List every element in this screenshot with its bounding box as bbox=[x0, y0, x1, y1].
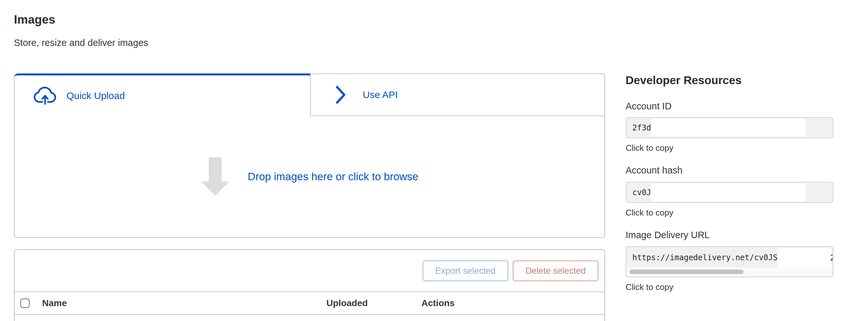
cloud-upload-icon bbox=[33, 86, 57, 106]
upload-panel: Quick Upload Use API Drop images here or… bbox=[14, 73, 605, 238]
select-all-checkbox[interactable] bbox=[20, 298, 30, 308]
account-id-value: 2f3d bbox=[632, 123, 651, 132]
image-delivery-url-value-box[interactable]: https://imagedelivery.net/cv0JS 2 bbox=[625, 246, 833, 277]
redaction-overlay bbox=[778, 248, 831, 268]
account-hash-value: cv0J bbox=[632, 188, 651, 197]
column-header-name: Name bbox=[42, 298, 67, 308]
tab-use-api-label: Use API bbox=[363, 89, 398, 100]
export-selected-button[interactable]: Export selected bbox=[423, 260, 508, 281]
tab-use-api[interactable]: Use API bbox=[310, 73, 604, 116]
horizontal-scrollbar-thumb[interactable] bbox=[629, 270, 744, 274]
page-subtitle: Store, resize and deliver images bbox=[14, 38, 148, 48]
column-header-actions: Actions bbox=[421, 298, 455, 308]
down-arrow-icon bbox=[200, 157, 230, 196]
account-hash-label: Account hash bbox=[625, 165, 683, 176]
column-header-uploaded: Uploaded bbox=[327, 298, 368, 308]
developer-resources-title: Developer Resources bbox=[625, 74, 742, 87]
url-overflow-fragment: 2 bbox=[830, 253, 833, 263]
list-toolbar: Export selected Delete selected bbox=[14, 250, 604, 292]
image-list-panel: Export selected Delete selected Name Upl… bbox=[14, 249, 605, 321]
tab-quick-upload-label: Quick Upload bbox=[66, 90, 125, 101]
account-id-value-box[interactable]: 2f3d bbox=[625, 117, 833, 138]
table-header-row: Name Uploaded Actions bbox=[14, 292, 604, 315]
account-id-label: Account ID bbox=[625, 101, 672, 112]
account-hash-copy-hint: Click to copy bbox=[625, 208, 673, 218]
delete-selected-button[interactable]: Delete selected bbox=[513, 260, 598, 281]
redaction-overlay bbox=[651, 183, 805, 201]
image-dropzone[interactable]: Drop images here or click to browse bbox=[14, 116, 604, 237]
account-hash-value-box[interactable]: cv0J bbox=[625, 182, 833, 203]
account-id-copy-hint: Click to copy bbox=[625, 143, 673, 153]
tab-row: Quick Upload Use API bbox=[14, 73, 604, 116]
developer-resources-sidebar: Developer Resources Account ID 2f3d Clic… bbox=[625, 0, 833, 321]
dropzone-label: Drop images here or click to browse bbox=[248, 171, 418, 183]
page-title: Images bbox=[14, 13, 55, 27]
image-delivery-url-copy-hint: Click to copy bbox=[625, 282, 673, 292]
image-delivery-url-label: Image Delivery URL bbox=[625, 230, 710, 241]
image-delivery-url-value: https://imagedelivery.net/cv0JS bbox=[632, 253, 778, 262]
horizontal-scrollbar bbox=[627, 268, 832, 276]
chevron-right-icon bbox=[336, 85, 346, 104]
tab-quick-upload[interactable]: Quick Upload bbox=[14, 73, 310, 116]
redaction-overlay bbox=[651, 119, 805, 137]
